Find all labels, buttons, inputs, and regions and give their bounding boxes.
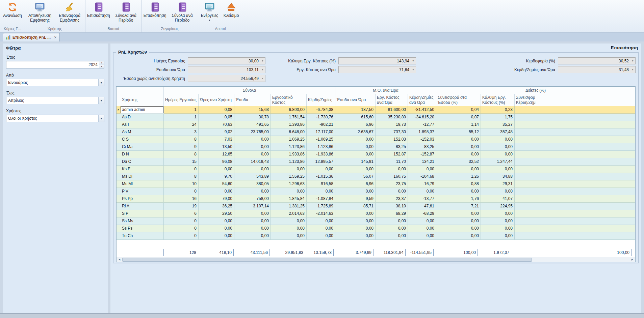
value-cell[interactable] bbox=[515, 114, 635, 121]
overview-compare-button[interactable]: Επισκόπηση bbox=[143, 1, 168, 19]
value-cell[interactable] bbox=[515, 166, 635, 173]
value-cell[interactable]: 1,14 bbox=[436, 121, 481, 128]
value-cell[interactable]: 615,60 bbox=[335, 114, 376, 121]
value-cell[interactable]: 2.635,67 bbox=[335, 128, 376, 136]
value-cell[interactable]: 35,27 bbox=[481, 121, 515, 128]
value-cell[interactable]: 12.895,57 bbox=[307, 158, 335, 166]
value-cell[interactable]: 0,00 bbox=[199, 166, 234, 173]
spin-up-icon[interactable]: ▲ bbox=[99, 61, 104, 65]
value-cell[interactable]: 0,00 bbox=[335, 218, 376, 225]
value-cell[interactable]: 70,63 bbox=[199, 121, 234, 128]
value-cell[interactable]: 1 bbox=[164, 114, 199, 121]
value-cell[interactable]: 0,00 bbox=[376, 225, 408, 232]
value-cell[interactable]: -1.123,86 bbox=[307, 143, 335, 151]
value-cell[interactable]: 85,71 bbox=[335, 203, 376, 210]
value-cell[interactable]: 0,00 bbox=[335, 210, 376, 218]
scroll-right-icon[interactable]: ▶ bbox=[629, 257, 635, 262]
value-cell[interactable]: 10 bbox=[164, 180, 199, 188]
table-row[interactable]: C S87,030,001.069,25-1.069,250,00152,03-… bbox=[117, 136, 635, 143]
value-cell[interactable]: 1.933,86 bbox=[271, 151, 307, 158]
value-cell[interactable]: 29,31 bbox=[481, 180, 515, 188]
column-header[interactable]: Ώρες ανα Χρήστη bbox=[199, 94, 234, 106]
value-cell[interactable]: 55,12 bbox=[436, 128, 481, 136]
column-header[interactable]: Κέρδη/Ζημίες ανα Ώρα bbox=[408, 94, 436, 106]
value-cell[interactable]: 47,61 bbox=[408, 203, 436, 210]
value-cell[interactable]: 0,00 bbox=[335, 166, 376, 173]
value-cell[interactable]: 0,00 bbox=[335, 143, 376, 151]
value-cell[interactable]: 1.069,25 bbox=[271, 136, 307, 143]
value-cell[interactable]: 36,25 bbox=[199, 203, 234, 210]
value-cell[interactable]: 491,65 bbox=[234, 121, 271, 128]
value-cell[interactable]: 0,00 bbox=[271, 225, 307, 232]
actions-button[interactable]: Ενέργειες▾ bbox=[199, 1, 221, 22]
value-cell[interactable]: 32,52 bbox=[436, 158, 481, 166]
value-cell[interactable]: 3 bbox=[164, 128, 199, 136]
value-cell[interactable]: -81.412,50 bbox=[408, 106, 436, 114]
value-cell[interactable]: 15,63 bbox=[234, 106, 271, 114]
value-cell[interactable] bbox=[515, 143, 635, 151]
value-cell[interactable]: 160,75 bbox=[376, 173, 408, 180]
value-cell[interactable]: 0,00 bbox=[408, 218, 436, 225]
value-cell[interactable]: 1.845,84 bbox=[271, 195, 307, 203]
value-cell[interactable]: 0,00 bbox=[436, 218, 481, 225]
value-cell[interactable]: 2.014,63 bbox=[271, 210, 307, 218]
value-cell[interactable]: 0,00 bbox=[199, 232, 234, 240]
value-cell[interactable]: -2.014,63 bbox=[307, 210, 335, 218]
value-cell[interactable]: 380,05 bbox=[234, 180, 271, 188]
totals-per-period-compare-button[interactable]: Σύνολα ανά Περίοδο bbox=[168, 1, 197, 23]
value-cell[interactable]: -12,77 bbox=[408, 121, 436, 128]
value-cell[interactable] bbox=[515, 188, 635, 195]
value-cell[interactable]: -1.087,84 bbox=[307, 195, 335, 203]
value-cell[interactable]: 6.648,00 bbox=[271, 128, 307, 136]
table-row[interactable]: S P629,500,002.014,63-2.014,630,0068,29-… bbox=[117, 210, 635, 218]
value-cell[interactable]: -34.615,20 bbox=[408, 114, 436, 121]
value-cell[interactable]: 0,00 bbox=[307, 225, 335, 232]
table-row[interactable]: Ks E00,000,000,000,000,000,000,000,000,0… bbox=[117, 166, 635, 173]
value-cell[interactable]: 0,00 bbox=[234, 232, 271, 240]
table-row[interactable]: Ss Ms00,000,000,000,000,000,000,000,000,… bbox=[117, 218, 635, 225]
value-cell[interactable] bbox=[515, 210, 635, 218]
value-cell[interactable]: 0,00 bbox=[271, 188, 307, 195]
value-cell[interactable]: 0,00 bbox=[408, 232, 436, 240]
value-cell[interactable]: 12,65 bbox=[199, 151, 234, 158]
value-cell[interactable]: 0,00 bbox=[271, 166, 307, 173]
value-cell[interactable]: 1,76 bbox=[436, 195, 481, 203]
value-cell[interactable]: 6.800,00 bbox=[271, 106, 307, 114]
value-cell[interactable]: 6,96 bbox=[335, 180, 376, 188]
value-cell[interactable]: 30,78 bbox=[234, 114, 271, 121]
table-row[interactable]: D N812,650,001.933,86-1.933,860,00152,87… bbox=[117, 151, 635, 158]
value-cell[interactable]: 6 bbox=[164, 210, 199, 218]
user-cell[interactable]: C S bbox=[121, 136, 164, 143]
value-cell[interactable]: 7,03 bbox=[199, 136, 234, 143]
value-cell[interactable]: 0 bbox=[164, 218, 199, 225]
value-cell[interactable]: 0,00 bbox=[481, 166, 515, 173]
to-month-select[interactable]: Απρίλιος ▼ bbox=[6, 97, 104, 104]
value-cell[interactable]: 0,00 bbox=[376, 188, 408, 195]
chevron-down-icon[interactable]: ▾ bbox=[260, 59, 265, 62]
tab-close-icon[interactable]: × bbox=[54, 35, 56, 39]
value-cell[interactable]: 0,00 bbox=[481, 136, 515, 143]
chevron-down-icon[interactable]: ▾ bbox=[411, 68, 416, 71]
value-cell[interactable]: -68,29 bbox=[408, 210, 436, 218]
value-cell[interactable]: 0,00 bbox=[307, 218, 335, 225]
column-header[interactable]: Εργοδοτικό Κόστος bbox=[271, 94, 307, 106]
value-cell[interactable]: 1,26 bbox=[436, 173, 481, 180]
value-cell[interactable]: 0,00 bbox=[408, 225, 436, 232]
value-cell[interactable]: 23.765,00 bbox=[234, 128, 271, 136]
user-cell[interactable]: D N bbox=[121, 151, 164, 158]
value-cell[interactable]: 24 bbox=[164, 121, 199, 128]
value-cell[interactable]: 0,00 bbox=[271, 232, 307, 240]
value-cell[interactable]: 0,00 bbox=[481, 225, 515, 232]
value-cell[interactable]: 0,00 bbox=[376, 166, 408, 173]
value-cell[interactable]: 56,07 bbox=[335, 173, 376, 180]
table-row[interactable]: P V00,000,000,000,000,000,000,000,000,00 bbox=[117, 188, 635, 195]
value-cell[interactable]: 0,00 bbox=[408, 188, 436, 195]
value-cell[interactable]: -902,21 bbox=[307, 121, 335, 128]
value-cell[interactable]: 9 bbox=[164, 143, 199, 151]
chevron-down-icon[interactable]: ▾ bbox=[260, 77, 265, 80]
value-cell[interactable]: 0 bbox=[164, 166, 199, 173]
value-cell[interactable]: 79,00 bbox=[199, 195, 234, 203]
scrollbar-thumb[interactable] bbox=[122, 258, 532, 262]
value-cell[interactable]: 0,00 bbox=[436, 166, 481, 173]
value-cell[interactable]: 1.393,86 bbox=[271, 121, 307, 128]
